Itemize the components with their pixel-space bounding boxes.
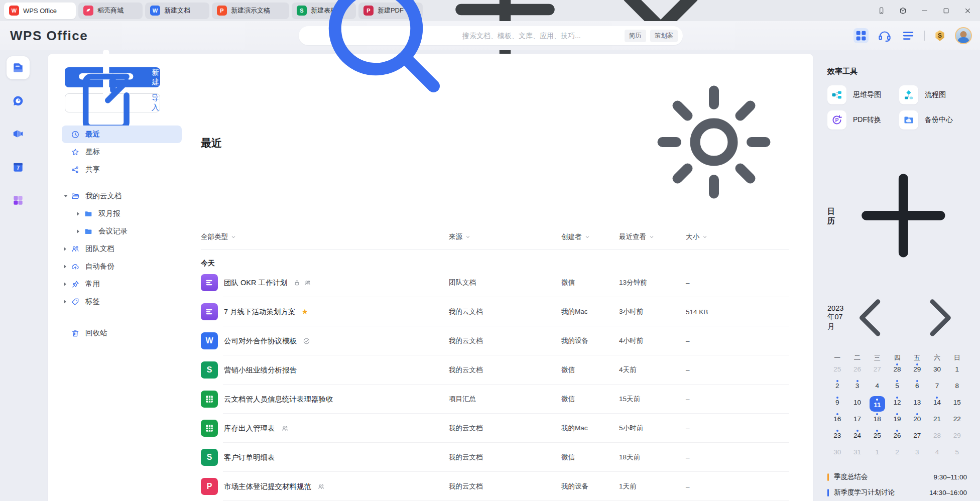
sidebar-item-回收站[interactable]: 回收站 — [62, 324, 182, 342]
rail-item-meeting[interactable] — [7, 122, 30, 146]
tab-writer[interactable]: W新建文档 — [145, 3, 209, 19]
calendar-day-22[interactable]: 22 — [947, 412, 967, 429]
sidebar-item-最近[interactable]: 最近 — [62, 126, 182, 143]
file-row[interactable]: 库存出入管理表我的云文档我的Mac5小时前– — [201, 414, 789, 443]
caret-right-icon[interactable] — [77, 229, 84, 233]
calendar-day-1[interactable]: 1 — [947, 362, 967, 379]
caret-right-icon[interactable] — [64, 282, 71, 286]
calendar-day-5[interactable]: 5 — [887, 379, 907, 396]
vip-badge[interactable]: S — [933, 29, 946, 42]
file-row[interactable]: 云文档管人员信息统计表理器验收项目汇总微信15天前– — [201, 385, 789, 414]
tool-flowchart[interactable]: 流程图 — [899, 83, 967, 107]
search-input[interactable] — [462, 32, 625, 40]
add-event-button[interactable] — [840, 152, 967, 281]
calendar-day-4[interactable]: 4 — [927, 445, 947, 462]
sidebar-item-星标[interactable]: 星标 — [62, 143, 182, 161]
maximize-button[interactable] — [942, 7, 950, 15]
calendar-day-31[interactable]: 31 — [847, 445, 868, 462]
filter-最近查看[interactable]: 最近查看 — [619, 232, 655, 241]
rail-item-apps[interactable] — [7, 189, 30, 212]
workspace-button[interactable] — [899, 7, 907, 15]
sidebar-item-常用[interactable]: 常用 — [62, 275, 182, 293]
calendar-day-18[interactable]: 18 — [867, 412, 887, 429]
caret-right-icon[interactable] — [64, 265, 71, 269]
calendar-day-20[interactable]: 20 — [907, 412, 927, 429]
rail-item-documents[interactable] — [7, 56, 30, 79]
calendar-day-14[interactable]: 14 — [927, 396, 947, 412]
calendar-day-11[interactable]: 11 — [867, 396, 887, 412]
file-row[interactable]: S营销小组业绩分析报告我的云文档微信4天前– — [201, 355, 789, 385]
tab-docer[interactable]: 稻壳商城 — [78, 3, 143, 19]
close-button[interactable] — [963, 7, 972, 15]
calendar-day-12[interactable]: 12 — [887, 396, 907, 412]
calendar-day-6[interactable]: 6 — [907, 379, 927, 396]
calendar-day-4[interactable]: 4 — [867, 379, 887, 396]
calendar-day-1[interactable]: 1 — [867, 445, 887, 462]
calendar-prev-button[interactable] — [843, 289, 899, 346]
filter-大小[interactable]: 大小 — [686, 232, 708, 241]
user-avatar[interactable] — [955, 27, 972, 44]
support-headset-button[interactable] — [877, 28, 892, 43]
calendar-day-16[interactable]: 16 — [827, 412, 847, 429]
mobile-sync-button[interactable] — [877, 7, 886, 15]
calendar-day-30[interactable]: 30 — [927, 362, 947, 379]
event-item[interactable]: 新季度学习计划讨论14:30–16:00 — [827, 485, 967, 500]
rail-item-calendar[interactable]: 7 — [7, 156, 30, 179]
calendar-day-25[interactable]: 25 — [827, 362, 847, 379]
sidebar-item-我的云文档[interactable]: 我的云文档 — [62, 187, 182, 205]
calendar-day-27[interactable]: 27 — [907, 429, 927, 445]
calendar-day-26[interactable]: 26 — [887, 429, 907, 445]
filter-创建者[interactable]: 创建者 — [561, 232, 590, 241]
event-item[interactable]: 季度总结会9:30–11:00 — [827, 469, 967, 485]
caret-right-icon[interactable] — [64, 300, 71, 304]
apps-grid-button[interactable] — [853, 28, 869, 43]
tab-presentation[interactable]: P新建演示文稿 — [212, 3, 289, 19]
tool-pdf-convert[interactable]: PPDF转换 — [827, 108, 895, 132]
calendar-day-2[interactable]: 2 — [887, 445, 907, 462]
calendar-day-27[interactable]: 27 — [867, 362, 887, 379]
sidebar-item-双月报[interactable]: 双月报 — [62, 205, 182, 222]
calendar-day-3[interactable]: 3 — [847, 379, 868, 396]
calendar-day-30[interactable]: 30 — [827, 445, 847, 462]
sidebar-item-会议记录[interactable]: 会议记录 — [62, 222, 182, 240]
sidebar-item-共享[interactable]: 共享 — [62, 161, 182, 178]
filter-全部类型[interactable]: 全部类型 — [201, 232, 236, 241]
minimize-button[interactable] — [920, 7, 929, 15]
search-bar[interactable]: 简历策划案 — [299, 26, 683, 45]
file-row[interactable]: P市场主体登记提交材料规范我的云文档我的设备1天前– — [201, 472, 789, 501]
sidebar-item-团队文档[interactable]: 团队文档 — [62, 240, 182, 258]
sidebar-item-自动备份[interactable]: 自动备份 — [62, 258, 182, 275]
tab-wps-logo[interactable]: WWPS Office — [4, 3, 76, 19]
file-row[interactable]: W公司对外合作协议模板我的云文档我的设备4小时前– — [201, 326, 789, 355]
file-row[interactable]: S客户订单明细表我的云文档微信18天前– — [201, 443, 789, 472]
calendar-day-28[interactable]: 28 — [887, 362, 907, 379]
calendar-day-23[interactable]: 23 — [827, 429, 847, 445]
caret-right-icon[interactable] — [64, 247, 71, 251]
calendar-day-2[interactable]: 2 — [827, 379, 847, 396]
tool-backup[interactable]: 备份中心 — [899, 108, 967, 132]
calendar-day-17[interactable]: 17 — [847, 412, 868, 429]
search-tag[interactable]: 简历 — [625, 30, 646, 42]
calendar-day-24[interactable]: 24 — [847, 429, 868, 445]
calendar-day-19[interactable]: 19 — [887, 412, 907, 429]
calendar-next-button[interactable] — [912, 289, 967, 346]
calendar-day-29[interactable]: 29 — [907, 362, 927, 379]
file-row[interactable]: 团队 OKR 工作计划团队文档微信13分钟前– — [201, 268, 789, 297]
calendar-day-26[interactable]: 26 — [847, 362, 868, 379]
caret-down-icon[interactable] — [64, 195, 71, 197]
calendar-day-7[interactable]: 7 — [927, 379, 947, 396]
calendar-day-15[interactable]: 15 — [947, 396, 967, 412]
tool-mindmap[interactable]: 思维导图 — [827, 83, 895, 107]
list-settings-gear-button[interactable] — [639, 67, 789, 219]
search-tag[interactable]: 策划案 — [650, 30, 678, 42]
sidebar-item-标签[interactable]: 标签 — [62, 293, 182, 310]
task-list-button[interactable] — [901, 28, 916, 43]
calendar-day-9[interactable]: 9 — [827, 396, 847, 412]
calendar-day-29[interactable]: 29 — [947, 429, 967, 445]
calendar-day-25[interactable]: 25 — [867, 429, 887, 445]
calendar-day-21[interactable]: 21 — [927, 412, 947, 429]
calendar-day-8[interactable]: 8 — [947, 379, 967, 396]
calendar-day-13[interactable]: 13 — [907, 396, 927, 412]
calendar-day-28[interactable]: 28 — [927, 429, 947, 445]
caret-right-icon[interactable] — [77, 212, 84, 216]
